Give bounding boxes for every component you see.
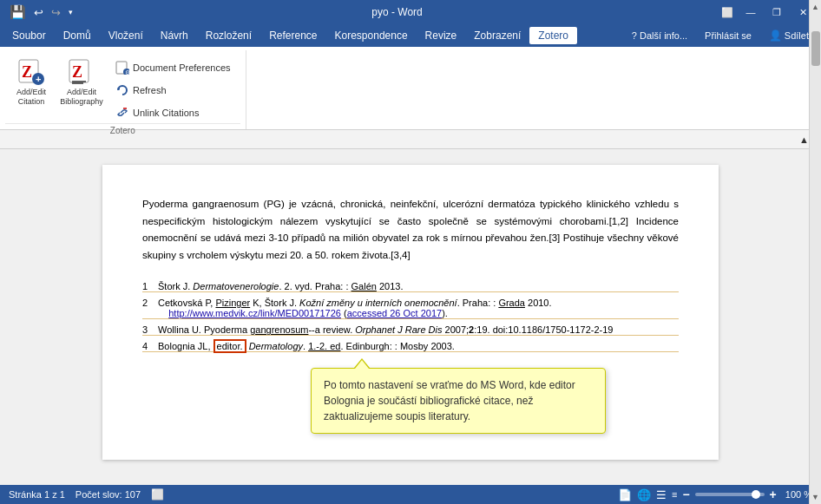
view-draft-icon[interactable]: ≡ bbox=[672, 489, 677, 500]
status-bar-left: Stránka 1 z 1 Počet slov: 107 ⬜ bbox=[9, 488, 164, 501]
ref-num-2: 2 bbox=[142, 298, 158, 318]
document-prefs-icon: ⚙ bbox=[115, 61, 129, 75]
prihlasit-se-button[interactable]: Přihlásit se bbox=[696, 28, 760, 43]
customize-icon[interactable]: ▾ bbox=[66, 6, 76, 18]
menu-zotero[interactable]: Zotero bbox=[529, 27, 577, 44]
reference-item-2: 2 Cetkovská P, Pizinger K, Štork J. Kožn… bbox=[142, 298, 679, 319]
word-count: Počet slov: 107 bbox=[76, 489, 141, 500]
ref-text-3: Wollina U. Pyoderma gangrenosum--a revie… bbox=[158, 324, 679, 335]
page-count: Stránka 1 z 1 bbox=[9, 489, 65, 500]
ref-text-1: Štork J. Dermatovenerologie. 2. vyd. Pra… bbox=[158, 281, 679, 291]
refresh-label: Refresh bbox=[133, 85, 167, 95]
zoom-thumb[interactable] bbox=[752, 490, 760, 499]
title-bar-left: 💾 ↩ ↪ ▾ bbox=[7, 3, 76, 22]
status-bar-right: 📄 🌐 ☰ ≡ − + 100 % bbox=[618, 488, 812, 501]
document-scroll-area[interactable]: Pyoderma gangraenosum (PG) je vzácná, ch… bbox=[0, 149, 821, 485]
zoom-minus-button[interactable]: − bbox=[682, 488, 689, 501]
zoom-plus-button[interactable]: + bbox=[770, 488, 777, 501]
add-citation-label: Add/EditCitation bbox=[16, 88, 46, 107]
word-count-icon[interactable]: ⬜ bbox=[151, 488, 164, 501]
menu-rozlozeni[interactable]: Rozložení bbox=[197, 27, 260, 44]
view-outline-icon[interactable]: ☰ bbox=[656, 488, 667, 501]
menu-zobrazeni[interactable]: Zobrazení bbox=[465, 27, 529, 44]
ribbon: Z + Add/EditCitation Z Add/ bbox=[0, 47, 821, 130]
reference-item-4: 4 Bolognia JL, editor. Dermatology. 1.-2… bbox=[142, 341, 679, 352]
refresh-button[interactable]: Refresh bbox=[109, 80, 237, 101]
ref-num-1: 1 bbox=[142, 281, 158, 291]
svg-text:+: + bbox=[36, 74, 41, 84]
refresh-icon bbox=[115, 83, 129, 97]
document-page: Pyoderma gangraenosum (PG) je vzácná, ch… bbox=[102, 165, 719, 460]
view-web-icon[interactable]: 🌐 bbox=[637, 488, 651, 501]
add-edit-citation-button[interactable]: Z + Add/EditCitation bbox=[9, 54, 54, 111]
vertical-scrollbar[interactable]: ▲ ▼ bbox=[809, 149, 821, 485]
ref-text-2: Cetkovská P, Pizinger K, Štork J. Kožní … bbox=[158, 298, 679, 318]
ribbon-layout-icon[interactable]: ⬜ bbox=[719, 5, 736, 20]
title-bar-controls: ⬜ — ❐ ✕ bbox=[719, 3, 814, 21]
references-section: 1 Štork J. Dermatovenerologie. 2. vyd. P… bbox=[142, 281, 679, 352]
restore-button[interactable]: ❐ bbox=[765, 3, 788, 21]
menu-revize[interactable]: Revize bbox=[417, 27, 466, 44]
menu-korespondence[interactable]: Korespondence bbox=[326, 27, 417, 44]
unlink-citations-button[interactable]: Unlink Citations bbox=[109, 102, 237, 123]
add-bibliography-label: Add/EditBibliography bbox=[60, 88, 103, 107]
unlink-citations-label: Unlink Citations bbox=[133, 108, 199, 118]
view-normal-icon[interactable]: 📄 bbox=[618, 488, 632, 501]
title-bar: 💾 ↩ ↪ ▾ pyo - Word ⬜ — ❐ ✕ bbox=[0, 0, 821, 24]
quick-access: 💾 ↩ ↪ ▾ bbox=[7, 3, 76, 22]
ref-num-4: 4 bbox=[142, 341, 158, 351]
ref-text-4: Bolognia JL, editor. Dermatology. 1.-2. … bbox=[158, 341, 679, 351]
svg-text:⚙: ⚙ bbox=[125, 69, 129, 75]
ribbon-group-label: Zotero bbox=[5, 123, 240, 137]
menu-bar: Soubor Domů Vložení Návrh Rozložení Refe… bbox=[0, 24, 821, 47]
add-edit-bibliography-button[interactable]: Z Add/EditBibliography bbox=[59, 54, 104, 111]
menu-reference[interactable]: Reference bbox=[260, 27, 325, 44]
reference-item-1: 1 Štork J. Dermatovenerologie. 2. vyd. P… bbox=[142, 281, 679, 292]
redo-icon[interactable]: ↪ bbox=[49, 4, 63, 21]
tooltip-box: Po tomto nastavení se vraťme do MS Word,… bbox=[311, 368, 606, 434]
dalsi-info-button[interactable]: ? Další info... bbox=[623, 28, 696, 43]
add-bibliography-icon: Z bbox=[68, 58, 95, 86]
document-preferences-button[interactable]: ⚙ Document Preferences bbox=[109, 57, 237, 78]
ref-num-3: 3 bbox=[142, 324, 158, 335]
question-icon: ? bbox=[632, 30, 637, 41]
tooltip-text: Po tomto nastavení se vraťme do MS Word,… bbox=[324, 379, 575, 422]
svg-text:Z: Z bbox=[22, 63, 32, 81]
ribbon-small-buttons: ⚙ Document Preferences Refresh bbox=[109, 54, 237, 123]
undo-icon[interactable]: ↩ bbox=[31, 4, 46, 21]
menu-vlozeni[interactable]: Vložení bbox=[100, 27, 152, 44]
add-citation-icon: Z + bbox=[17, 58, 45, 86]
window-title: pyo - Word bbox=[371, 6, 422, 18]
title-bar-center: pyo - Word bbox=[76, 6, 719, 18]
minimize-button[interactable]: — bbox=[739, 3, 762, 21]
svg-text:Z: Z bbox=[72, 63, 82, 81]
tooltip-tail bbox=[355, 360, 369, 369]
zoom-slider[interactable] bbox=[695, 493, 765, 496]
document-preferences-label: Document Preferences bbox=[133, 62, 231, 73]
body-text: Pyoderma gangraenosum (PG) je vzácná, ch… bbox=[142, 199, 679, 260]
reference-item-3: 3 Wollina U. Pyoderma gangrenosum--a rev… bbox=[142, 324, 679, 336]
status-bar: Stránka 1 z 1 Počet slov: 107 ⬜ 📄 🌐 ☰ ≡ … bbox=[0, 485, 821, 504]
menu-domu[interactable]: Domů bbox=[55, 27, 100, 44]
editor-highlight: editor. bbox=[213, 339, 246, 353]
main-content: Pyoderma gangraenosum (PG) je vzácná, ch… bbox=[0, 149, 821, 485]
save-icon[interactable]: 💾 bbox=[7, 3, 29, 22]
unlink-citations-icon bbox=[115, 106, 129, 120]
menu-navrh[interactable]: Návrh bbox=[152, 27, 197, 44]
person-icon: 👤 bbox=[769, 29, 782, 42]
menu-soubor[interactable]: Soubor bbox=[3, 27, 55, 44]
document-body: Pyoderma gangraenosum (PG) je vzácná, ch… bbox=[142, 196, 679, 264]
